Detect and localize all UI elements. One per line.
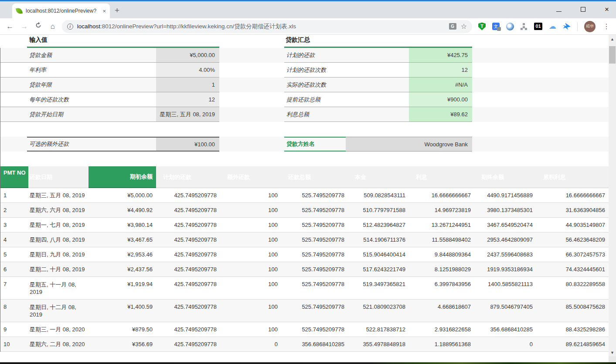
input-value: ¥5,000.00: [156, 48, 219, 62]
cell-scheduled-payment: 425.7495209778: [156, 277, 220, 299]
cell-end-balance: 2437.5596408683: [474, 247, 536, 262]
cell-end-balance: 3980.1373485301: [474, 203, 536, 217]
extensions-area: T 文 01 ☁ 精华 ⋮: [478, 21, 616, 32]
cell-cumulative-interest: 31.6363904856: [536, 203, 609, 217]
cell-principal: 509.0828543111: [348, 188, 409, 202]
schedule-header-row: PMT NO 还款日期 期初余额 计划的还款 额外还款 还款总额 本金 利息 期…: [0, 166, 609, 188]
counter-extension-badge[interactable]: 01: [534, 23, 542, 30]
cell-extra-payment: 100: [220, 277, 281, 299]
cell-principal: 512.4823964827: [348, 218, 409, 232]
browser-toolbar: ← → ⌂ i localhost:8012/onlinePreview?url…: [0, 18, 616, 35]
forward-button[interactable]: →: [20, 22, 29, 31]
cell-end-balance: 3467.6549520474: [474, 218, 536, 232]
translate-page-icon[interactable]: G: [449, 23, 456, 30]
cell-date: 星期五, 十一月 08, 2019: [28, 277, 88, 299]
sitemap-extension-icon[interactable]: [521, 23, 528, 30]
cell-pmt-no: 10: [0, 337, 28, 351]
window-bottom-edge: [0, 362, 616, 364]
cell-principal: 522.817838712: [348, 322, 409, 337]
cell-cumulative-interest: 88.4325298286: [536, 322, 609, 337]
summary-value: ¥89.62: [409, 107, 472, 121]
cell-principal: 521.0809023708: [348, 300, 409, 322]
vertical-scrollbar[interactable]: ▲ ▼: [609, 35, 616, 362]
cell-total-payment: 525.7495209778: [281, 322, 348, 337]
cell-date: 星期六, 二月 08, 2020: [28, 337, 88, 351]
spreadsheet-preview: 输入值 贷款汇总 贷款金额¥5,000.00 年利率4.00% 贷款年限1 每年…: [0, 35, 609, 362]
bird-extension-icon[interactable]: [563, 23, 571, 30]
maximize-button[interactable]: [581, 6, 585, 13]
back-button[interactable]: ←: [6, 22, 14, 31]
cell-cumulative-interest: 74.4324445601: [536, 262, 609, 276]
extra-payment-row: 可选的额外还款 ¥100.00: [0, 137, 219, 152]
schedule-row: 4 星期四, 八月 08, 2019 ¥3,467.65 425.7495209…: [0, 233, 609, 247]
input-row: 贷款金额¥5,000.00: [0, 48, 219, 63]
cell-scheduled-payment: 425.7495209778: [156, 262, 220, 276]
page-info-icon[interactable]: i: [67, 24, 73, 30]
inputs-section-title: 输入值: [29, 36, 48, 44]
cell-scheduled-payment: 425.7495209778: [156, 188, 220, 202]
cell-scheduled-payment: 425.7495209778: [156, 247, 220, 262]
schedule-row: 7 星期五, 十一月 08, 2019 ¥1,919.94 425.749520…: [0, 277, 609, 300]
cell-principal: 510.7797971588: [348, 203, 409, 217]
swirl-extension-icon[interactable]: [506, 23, 514, 30]
schedule-row: 1 星期三, 五月 08, 2019 ¥5,000.00 425.7495209…: [0, 188, 609, 203]
header-date: 还款日期: [28, 166, 88, 188]
minimize-button[interactable]: [556, 6, 562, 13]
scroll-up-arrow-icon[interactable]: ▲: [609, 36, 616, 43]
window-controls: ×: [556, 3, 609, 17]
scrollbar-thumb[interactable]: [609, 46, 616, 64]
translate-extension-icon[interactable]: 文: [492, 23, 500, 30]
profile-avatar[interactable]: 精华: [584, 21, 596, 32]
leaf-favicon-icon: [16, 7, 23, 14]
cell-total-payment: 525.7495209778: [281, 262, 348, 276]
cell-date: 星期三, 五月 08, 2019: [28, 188, 88, 202]
cell-pmt-no: 4: [0, 233, 28, 247]
header-end-balance: 期终余额: [474, 166, 536, 188]
cell-date: 星期三, 一月 08, 2020: [28, 322, 88, 337]
input-row: 贷款开始日期星期三, 五月 08, 2019: [0, 107, 219, 122]
schedule-row: 8 星期日, 十二月 08, 2019 ¥1,400.59 425.749520…: [0, 300, 609, 322]
cell-pmt-no: 6: [0, 262, 28, 276]
cell-end-balance: 1400.5855821113: [474, 277, 536, 299]
address-bar[interactable]: i localhost:8012/onlinePreview?url=http:…: [62, 20, 472, 33]
cell-interest: 11.5588498402: [409, 233, 474, 247]
browser-tab[interactable]: localhost:8012/onlinePreview? ×: [12, 3, 110, 18]
cell-extra-payment: 100: [220, 247, 281, 262]
cell-end-balance: 2953.4642809097: [474, 233, 536, 247]
cell-cumulative-interest: 66.3072457573: [536, 247, 609, 262]
schedule-row: 9 星期三, 一月 08, 2020 ¥879.50 425.749520977…: [0, 322, 609, 337]
close-button[interactable]: ×: [605, 7, 609, 13]
cell-end-balance: 1919.9353186934: [474, 262, 536, 276]
home-button[interactable]: ⌂: [48, 22, 57, 31]
scroll-down-arrow-icon[interactable]: ▼: [609, 349, 616, 356]
cell-date: 星期一, 七月 08, 2019: [28, 218, 88, 232]
schedule-row: 10 星期六, 二月 08, 2020 ¥356.69 425.74952097…: [0, 337, 609, 352]
cell-extra-payment: 100: [220, 218, 281, 232]
tab-title: localhost:8012/onlinePreview?: [26, 8, 101, 14]
summary-value: ¥900.00: [409, 92, 472, 107]
schedule-row: 3 星期一, 七月 08, 2019 ¥3,980.14 425.7495209…: [0, 218, 609, 233]
cell-end-balance: 4490.9171456889: [474, 188, 536, 202]
cell-end-balance: 879.5046797405: [474, 300, 536, 322]
cell-scheduled-payment: 425.7495209778: [156, 300, 220, 322]
browser-menu-icon[interactable]: ⋮: [603, 22, 610, 30]
header-cumulative-interest: 累积利息: [536, 166, 609, 188]
header-interest: 利息: [409, 166, 474, 188]
bookmark-star-icon[interactable]: ☆: [461, 23, 467, 30]
cell-principal: 517.6243221749: [348, 262, 409, 276]
cell-begin-balance: ¥3,980.14: [88, 218, 156, 232]
summary-row: 利息总额¥89.62: [284, 107, 472, 122]
tab-close-icon[interactable]: ×: [102, 8, 106, 14]
summary-value: ¥425.75: [409, 48, 472, 62]
header-scheduled-payment: 计划的还款: [156, 166, 220, 188]
reload-button[interactable]: [34, 22, 43, 31]
toolbar-divider: [577, 22, 578, 31]
cloud-extension-icon[interactable]: ☁: [549, 23, 556, 30]
new-tab-button[interactable]: +: [115, 6, 119, 15]
cell-pmt-no: 7: [0, 277, 28, 299]
cell-extra-payment: 100: [220, 262, 281, 276]
summary-table: 计划的还款¥425.75 计划的还款次数12 实际的还款次数#N/A 提前还款总…: [284, 48, 472, 122]
cell-begin-balance: ¥3,467.65: [88, 233, 156, 247]
summary-row: 计划的还款次数12: [284, 63, 472, 78]
shield-extension-icon[interactable]: T: [478, 23, 486, 30]
